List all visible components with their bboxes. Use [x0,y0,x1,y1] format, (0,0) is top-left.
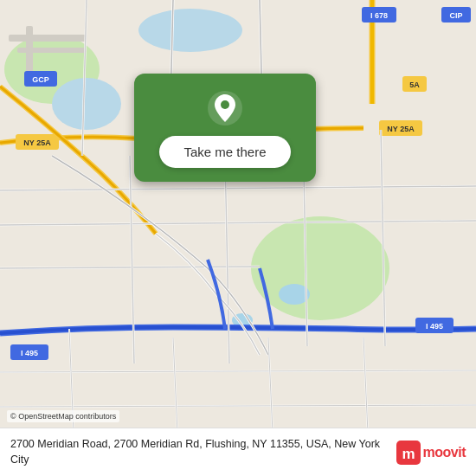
svg-point-5 [138,9,242,52]
svg-text:5A: 5A [409,80,420,89]
take-me-there-button[interactable]: Take me there [159,136,290,168]
location-pin-icon [206,89,244,127]
osm-attribution: © OpenStreetMap contributors [7,410,119,422]
svg-point-1 [251,216,389,320]
address-text: 2700 Meridian Road, 2700 Meridian Rd, Fl… [10,437,396,467]
location-panel: Take me there [134,74,316,182]
svg-text:I 495: I 495 [21,349,38,357]
map-svg: NY 25A NY 25A I 678 GCP CIP 5A I 495 I 4… [0,0,476,476]
svg-point-6 [52,78,121,130]
svg-text:NY 25A: NY 25A [23,138,51,147]
svg-point-61 [221,100,229,109]
svg-text:I 495: I 495 [426,322,443,331]
moovit-brand-name: moovit [423,445,466,460]
bottom-bar: 2700 Meridian Road, 2700 Meridian Rd, Fl… [0,428,476,476]
svg-rect-7 [9,35,87,42]
map-container: NY 25A NY 25A I 678 GCP CIP 5A I 495 I 4… [0,0,476,476]
moovit-icon: m [396,441,421,465]
svg-text:NY 25A: NY 25A [387,125,415,133]
svg-text:GCP: GCP [32,75,49,84]
svg-text:m: m [402,446,415,462]
moovit-logo: m moovit [396,441,466,465]
svg-text:I 678: I 678 [370,11,388,20]
svg-text:CIP: CIP [449,11,462,20]
